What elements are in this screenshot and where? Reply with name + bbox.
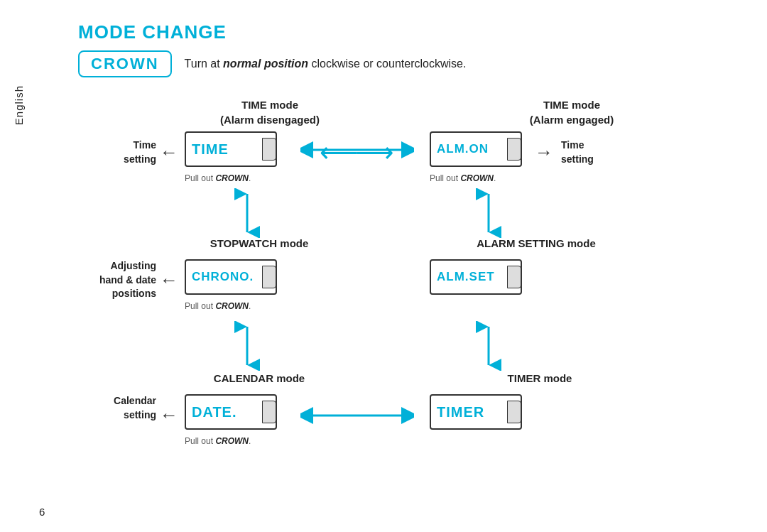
alarm-setting-mode-label: ALARM SETTING mode (447, 236, 625, 251)
v-arrow-almon-almset (476, 188, 501, 241)
left-arrow-time: ← (160, 141, 178, 163)
almset-display: ALM.SET (430, 259, 522, 295)
time-display: TIME (185, 131, 277, 167)
page-container: English 6 MODE CHANGE CROWN Turn at norm… (0, 0, 767, 532)
page-title: MODE CHANGE (78, 21, 724, 43)
adjusting-label: Adjustinghand & datepositions (78, 259, 156, 301)
chrono-display: CHRONO. (185, 259, 277, 295)
stopwatch-mode-label: STOPWATCH mode (188, 236, 330, 251)
pull-crown-chrono: Pull out CROWN. (185, 300, 251, 313)
calendar-mode-label: CALENDAR mode (188, 371, 330, 386)
timer-display: TIMER (430, 394, 522, 430)
time-setting-label-left: Timesetting (78, 139, 156, 166)
pull-crown-time: Pull out CROWN. (185, 173, 251, 185)
crown-badge: CROWN (78, 50, 172, 77)
pull-crown-almon: Pull out CROWN. (430, 173, 496, 185)
v-arrow-chrono-date (234, 321, 260, 374)
diagram: TIME mode (Alarm disengaged) TIME mode (… (78, 97, 760, 495)
time-mode-disengaged-label: TIME mode (Alarm disengaged) (199, 97, 341, 127)
language-label: English (13, 85, 25, 125)
h-arrow-bottom (297, 404, 418, 427)
calendar-setting-label: Calendarsetting (78, 394, 156, 422)
normal-position-text: normal position (223, 58, 308, 70)
header-row: CROWN Turn at normal position clockwise … (78, 50, 724, 77)
almon-display: ALM.ON (430, 131, 522, 167)
timer-mode-label: TIMER mode (476, 371, 604, 386)
right-arrow-almon: → (535, 141, 553, 163)
left-arrow-date: ← (160, 404, 178, 426)
left-arrow-chrono: ← (160, 269, 178, 291)
header-description: Turn at normal position clockwise or cou… (185, 58, 467, 70)
h-arrow-top (297, 139, 418, 161)
time-setting-label-right: Timesetting (561, 139, 639, 166)
pull-crown-date: Pull out CROWN. (185, 435, 251, 447)
v-arrow-time-chrono (234, 188, 260, 241)
page-number: 6 (39, 506, 45, 518)
date-display: DATE. (185, 394, 277, 430)
time-mode-engaged-label: TIME mode (Alarm engaged) (497, 97, 646, 127)
v-arrow-almset-timer (476, 321, 501, 374)
